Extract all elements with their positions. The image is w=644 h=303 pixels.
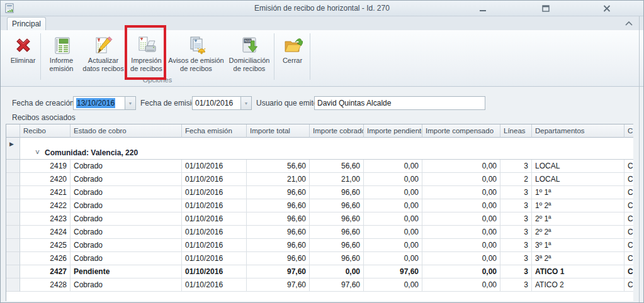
column-header-estado[interactable]: Estado de cobro — [71, 124, 182, 138]
column-header-total[interactable]: Importe total — [247, 124, 310, 138]
collapse-ribbon-icon[interactable] — [624, 20, 634, 28]
cell-c: C — [624, 265, 633, 278]
cell-compensado: 0,00 — [422, 265, 500, 278]
usuario-field[interactable]: David Quintas Alcalde — [314, 96, 485, 110]
table-row[interactable]: 2423Cobrado01/10/201696,6096,600,000,003… — [6, 212, 633, 226]
minimize-button[interactable] — [476, 4, 490, 13]
fecha-creacion-value: 13/10/2016 — [76, 98, 115, 108]
cell-cobrado: 97,60 — [310, 278, 364, 292]
group-collapse-icon[interactable]: ˅ — [35, 148, 40, 157]
cell-estado: Cobrado — [71, 160, 182, 173]
button-label: Impresión — [131, 57, 161, 64]
cell-total: 96,60 — [247, 252, 310, 265]
maximize-button[interactable] — [539, 4, 553, 13]
cell-lineas: 3 — [500, 186, 532, 199]
cell-lineas: 3 — [500, 212, 532, 226]
cell-pendiente: 0,00 — [364, 173, 422, 186]
cell-departamento: ATICO 2 — [532, 278, 624, 292]
fecha-emision-dropdown[interactable]: ▼ — [240, 97, 251, 109]
column-header-compensado[interactable]: Importe compensado — [422, 124, 500, 138]
ribbon-tab-strip: Principal — [1, 16, 643, 30]
cell-c: C — [624, 278, 633, 292]
column-header-pendiente[interactable]: Importe pendiente — [364, 124, 422, 138]
avisos-emision-recibos-button[interactable]: Avisos de emisión de recibos — [167, 33, 225, 80]
cell-cobrado: 96,60 — [310, 186, 364, 199]
cell-total: 96,60 — [247, 239, 310, 252]
report-icon — [52, 35, 72, 55]
title-bar: Emisión de recibo de horizontal - Id. 27… — [1, 1, 643, 16]
fecha-emision-field[interactable]: 01/10/2016 ▼ — [192, 96, 252, 110]
cell-cobrado: 96,60 — [310, 239, 364, 252]
row-indicator — [6, 160, 20, 173]
cell-fecha: 01/10/2016 — [182, 199, 247, 212]
print-receipt-icon — [137, 35, 157, 55]
cell-compensado: 0,00 — [422, 252, 500, 265]
cell-estado: Cobrado — [71, 252, 182, 265]
cell-fecha: 01/10/2016 — [182, 226, 247, 239]
table-row[interactable]: 2424Cobrado01/10/201696,6096,600,000,003… — [6, 226, 633, 239]
table-row[interactable]: 2420Cobrado01/10/201621,0021,000,000,002… — [6, 173, 633, 186]
column-header-lineas[interactable]: Líneas — [500, 124, 532, 138]
cell-departamento: 1º 2ª — [532, 199, 624, 212]
fecha-creacion-label: Fecha de creación: — [12, 96, 76, 110]
cell-pendiente: 0,00 — [364, 239, 422, 252]
cell-estado: Cobrado — [71, 239, 182, 252]
group-row[interactable]: ▶ ˅ Comunidad: Valencia, 220 — [6, 138, 633, 160]
fecha-creacion-dropdown[interactable]: ▼ — [125, 97, 135, 109]
toolbar-separator — [310, 33, 310, 80]
cell-cobrado: 21,00 — [310, 173, 364, 186]
cell-estado: Cobrado — [71, 173, 182, 186]
column-header-recibo[interactable]: Recibo — [20, 124, 71, 138]
cell-lineas: 2 — [500, 173, 532, 186]
cell-pendiente: 97,60 — [364, 265, 422, 278]
cell-recibo: 2428 — [20, 278, 71, 292]
cell-departamento: ATICO 1 — [532, 265, 624, 278]
indicator-column-header — [6, 124, 20, 138]
eliminar-button[interactable]: Eliminar — [6, 33, 40, 80]
cell-fecha: 01/10/2016 — [182, 239, 247, 252]
table-row[interactable]: 2425Cobrado01/10/201696,6096,600,000,003… — [6, 239, 633, 252]
table-row[interactable]: 2419Cobrado01/10/201656,6056,600,000,003… — [6, 160, 633, 173]
fecha-creacion-field[interactable]: 13/10/2016 ▼ — [73, 96, 136, 110]
cell-total: 56,60 — [247, 160, 310, 173]
cell-c: C — [624, 173, 633, 186]
cell-compensado: 0,00 — [422, 160, 500, 173]
table-row[interactable]: 2427Pendiente01/10/201697,600,0097,600,0… — [6, 265, 633, 278]
table-row[interactable]: 2422Cobrado01/10/201696,6096,600,000,003… — [6, 199, 633, 212]
cell-compensado: 0,00 — [422, 186, 500, 199]
button-label: de recibos — [180, 65, 212, 72]
app-window: Emisión de recibo de horizontal - Id. 27… — [0, 0, 644, 303]
cell-c: C — [624, 186, 633, 199]
table-row[interactable]: 2426Cobrado01/10/201696,6096,600,000,003… — [6, 252, 633, 265]
recibos-table: ReciboEstado de cobroFecha emisiónImport… — [6, 124, 633, 301]
informe-emision-button[interactable]: Informe emisión — [42, 33, 81, 80]
column-header-c[interactable]: C — [624, 124, 633, 138]
button-label: Avisos de emisión — [168, 57, 223, 64]
tab-principal[interactable]: Principal — [7, 17, 46, 30]
cell-pendiente: 0,00 — [364, 278, 422, 292]
button-label: de recibos — [130, 65, 162, 72]
focused-row-arrow-icon: ▶ — [9, 141, 14, 147]
cerrar-button[interactable]: Cerrar — [276, 33, 309, 80]
table-row[interactable]: 2421Cobrado01/10/201696,6096,600,000,003… — [6, 186, 633, 199]
ribbon: Eliminar Informe emisión — [1, 30, 643, 87]
table-row[interactable]: 2428Cobrado01/10/201697,6097,600,000,003… — [6, 278, 633, 292]
button-label: emisión — [50, 65, 74, 72]
cell-c: C — [624, 212, 633, 226]
button-label: Actualizar — [88, 57, 118, 64]
cell-c: C — [624, 239, 633, 252]
cell-c: C — [624, 199, 633, 212]
actualizar-datos-recibos-button[interactable]: Actualizar datos recibos — [81, 33, 125, 80]
usuario-value: David Quintas Alcalde — [315, 97, 485, 109]
impresion-recibos-button[interactable]: Impresión de recibos — [126, 33, 167, 80]
domiciliacion-recibos-button[interactable]: N19 Domiciliación de recibos — [225, 33, 273, 80]
cell-pendiente: 0,00 — [364, 212, 422, 226]
svg-text:N19: N19 — [244, 39, 251, 43]
close-button[interactable] — [600, 4, 614, 13]
column-header-departamento[interactable]: Departamentos — [532, 124, 624, 138]
cell-total: 21,00 — [247, 173, 310, 186]
column-header-fecha[interactable]: Fecha emisión — [182, 124, 247, 138]
column-header-cobrado[interactable]: Importe cobrado — [310, 124, 364, 138]
cell-compensado: 0,00 — [422, 226, 500, 239]
table-header-row: ReciboEstado de cobroFecha emisiónImport… — [6, 124, 633, 138]
